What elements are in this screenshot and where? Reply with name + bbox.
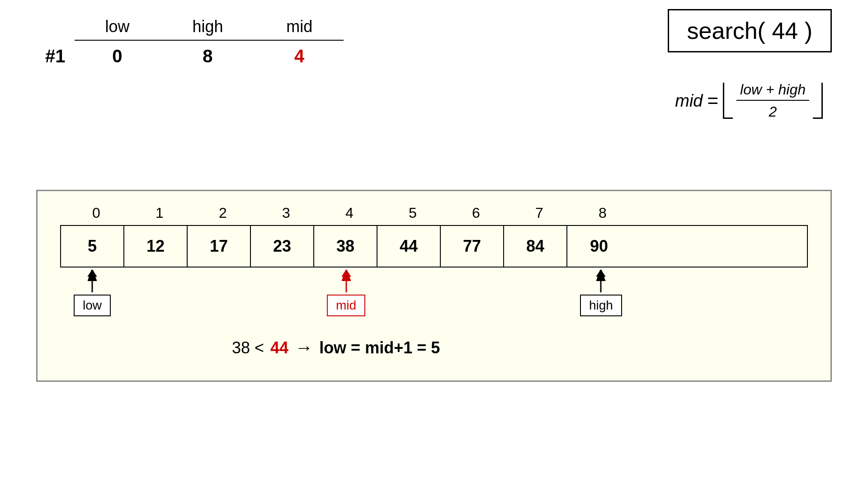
cell-2: 17 — [188, 226, 251, 267]
cell-6: 77 — [441, 226, 504, 267]
cell-4: 38 — [314, 226, 377, 267]
col-header-mid: mid — [255, 14, 344, 40]
low-arrow-icon — [83, 270, 101, 295]
cell-7: 84 — [504, 226, 567, 267]
formula-equals: = — [707, 90, 718, 112]
cell-0: 5 — [61, 226, 124, 267]
cell-low-1: 0 — [75, 40, 160, 72]
col-header-low: low — [75, 14, 160, 40]
mid-arrow-icon — [337, 270, 355, 295]
cell-3: 23 — [251, 226, 314, 267]
cell-high-1: 8 — [160, 40, 255, 72]
high-label: high — [580, 295, 622, 316]
search-label: search( 44 ) — [668, 9, 832, 52]
index-1: 1 — [128, 205, 191, 221]
low-label: low — [74, 295, 111, 316]
formula-mid: mid — [675, 91, 703, 111]
low-pointer: low — [74, 270, 111, 316]
row-label-1: #1 — [27, 40, 75, 72]
cell-8: 90 — [567, 226, 631, 267]
formula-section: mid = low + high 2 — [675, 81, 823, 120]
index-7: 7 — [508, 205, 571, 221]
array-container: 0 1 2 3 4 5 6 7 8 5 12 17 23 38 44 77 84… — [36, 190, 832, 382]
index-6: 6 — [444, 205, 508, 221]
comparison-arrow: → — [295, 338, 313, 358]
comparison-left: 38 < — [232, 338, 264, 357]
index-3: 3 — [255, 205, 318, 221]
array-indices: 0 1 2 3 4 5 6 7 8 — [65, 205, 808, 221]
iteration-table-section: low high mid #1 0 8 4 — [27, 14, 434, 72]
cell-5: 44 — [377, 226, 441, 267]
high-pointer: high — [580, 270, 622, 316]
svg-marker-8 — [596, 270, 605, 277]
mid-pointer: mid — [327, 270, 365, 316]
high-arrow-icon — [592, 270, 610, 295]
mid-label: mid — [327, 295, 365, 316]
index-2: 2 — [191, 205, 255, 221]
comparison-result: low = mid+1 = 5 — [319, 338, 440, 357]
index-5: 5 — [381, 205, 444, 221]
index-0: 0 — [65, 205, 128, 221]
col-header-high: high — [160, 14, 255, 40]
index-4: 4 — [318, 205, 381, 221]
array-row: 5 12 17 23 38 44 77 84 90 — [60, 225, 808, 267]
fraction-numerator: low + high — [736, 81, 809, 101]
fraction-denominator: 2 — [769, 102, 777, 120]
floor-bracket: low + high 2 — [723, 81, 823, 120]
iteration-table: low high mid #1 0 8 4 — [27, 14, 344, 72]
comparison-row: 38 < 44 → low = mid+1 = 5 — [232, 338, 808, 358]
svg-marker-2 — [88, 270, 97, 277]
cell-1: 12 — [124, 226, 188, 267]
comparison-target: 44 — [270, 338, 288, 357]
svg-marker-5 — [342, 270, 351, 277]
fraction: low + high 2 — [736, 81, 809, 120]
index-8: 8 — [571, 205, 634, 221]
cell-mid-1: 4 — [255, 40, 344, 72]
